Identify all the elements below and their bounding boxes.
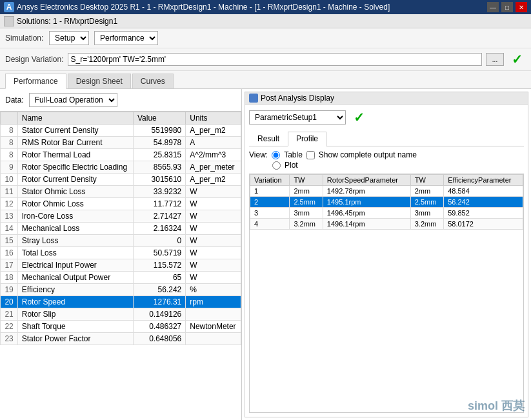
- table-row[interactable]: 18 Mechanical Output Power 65 W: [1, 272, 241, 284]
- data-select[interactable]: Full-Load Operation: [29, 93, 117, 107]
- row-value: 3015610: [133, 174, 185, 186]
- table-row[interactable]: 15 Stray Loss 0 W: [1, 235, 241, 247]
- parametric-setup-select[interactable]: ParametricSetup1: [249, 110, 346, 125]
- row-value: 50.5719: [133, 247, 185, 259]
- row-num: 8: [1, 125, 18, 137]
- table-row[interactable]: 20 Rotor Speed 1276.31 rpm: [1, 296, 241, 308]
- table-row[interactable]: 16 Total Loss 50.5719 W: [1, 247, 241, 259]
- table-radio[interactable]: [272, 151, 280, 159]
- row-units: W: [186, 198, 241, 210]
- table-row[interactable]: 8 RMS Rotor Bar Current 54.8978 A: [1, 137, 241, 149]
- row-num: 10: [1, 174, 18, 186]
- row-value: 65: [133, 272, 185, 284]
- res-col-rotor-speed: RotorSpeedParameter: [323, 175, 410, 186]
- left-panel: Data: Full-Load Operation Name Value Uni…: [0, 89, 242, 420]
- table-row[interactable]: 8 Stator Current Density 5519980 A_per_m…: [1, 125, 241, 137]
- res-col-variation: Variation: [250, 175, 290, 186]
- minimize-button[interactable]: —: [487, 2, 499, 12]
- row-num: 8: [1, 149, 18, 161]
- row-name: Iron-Core Loss: [17, 210, 133, 223]
- row-num: 15: [1, 235, 18, 247]
- close-button[interactable]: ✕: [516, 2, 527, 12]
- res-tw2: 3mm: [410, 208, 443, 219]
- table-row[interactable]: 17 Electrical Input Power 115.572 W: [1, 259, 241, 272]
- tab-curves[interactable]: Curves: [132, 74, 174, 88]
- row-name: Rotor Speed: [17, 296, 133, 308]
- res-variation: 3: [250, 208, 290, 219]
- res-efficiency: 59.852: [444, 208, 523, 219]
- browse-button[interactable]: ...: [486, 53, 504, 66]
- res-tw1: 2.5mm: [290, 197, 323, 208]
- results-table: Variation TW RotorSpeedParameter TW Effi…: [250, 174, 523, 230]
- table-row[interactable]: 10 Rotor Current Density 3015610 A_per_m…: [1, 174, 241, 186]
- res-efficiency: 56.242: [444, 197, 523, 208]
- maximize-button[interactable]: □: [501, 2, 513, 12]
- post-analysis-header: Post Analysis Display: [245, 92, 528, 105]
- row-num: 21: [1, 308, 18, 321]
- results-row[interactable]: 1 2mm 1492.78rpm 2mm 48.584: [250, 186, 523, 197]
- results-row[interactable]: 3 3mm 1496.45rpm 3mm 59.852: [250, 208, 523, 219]
- table-row[interactable]: 12 Rotor Ohmic Loss 11.7712 W: [1, 198, 241, 210]
- row-units: NewtonMeter: [186, 321, 241, 333]
- plot-radio[interactable]: [272, 161, 281, 170]
- row-value: 11.7712: [133, 198, 185, 210]
- simulation-select[interactable]: Setup: [49, 31, 89, 45]
- res-efficiency: 58.0172: [444, 219, 523, 230]
- table-row[interactable]: 9 Rotor Specific Electric Loading 8565.9…: [1, 161, 241, 174]
- res-tw1: 2mm: [290, 186, 323, 197]
- row-value: 2.16324: [133, 223, 185, 235]
- row-value: 0.149126: [133, 308, 185, 321]
- table-row[interactable]: 11 Stator Ohmic Loss 33.9232 W: [1, 186, 241, 198]
- row-num: 16: [1, 247, 18, 259]
- row-name: Efficiency: [17, 284, 133, 296]
- table-row[interactable]: 22 Shaft Torque 0.486327 NewtonMeter: [1, 321, 241, 333]
- results-row[interactable]: 2 2.5mm 1495.1rpm 2.5mm 56.242: [250, 197, 523, 208]
- view-label: View:: [249, 150, 268, 159]
- row-units: [186, 333, 241, 345]
- row-units: A^2/mm^3: [186, 149, 241, 161]
- tab-bar: Performance Design Sheet Curves: [0, 71, 531, 89]
- res-rotor-speed: 1496.45rpm: [323, 208, 410, 219]
- table-row[interactable]: 23 Stator Power Factor 0.648056: [1, 333, 241, 345]
- row-value: 25.8315: [133, 149, 185, 161]
- plot-label: Plot: [285, 161, 298, 170]
- table-row[interactable]: 19 Efficiency 56.242 %: [1, 284, 241, 296]
- row-name: Shaft Torque: [17, 321, 133, 333]
- main-content: Simulation: Setup Performance Design Var…: [0, 28, 531, 420]
- show-complete-checkbox[interactable]: [306, 151, 315, 159]
- view-options: View: Table Show complete output name Pl…: [249, 150, 524, 171]
- checkmark-icon: ✓: [512, 52, 523, 67]
- row-num: 12: [1, 198, 18, 210]
- design-variation-input[interactable]: [68, 53, 483, 66]
- res-rotor-speed: 1495.1rpm: [323, 197, 410, 208]
- row-value: 2.71427: [133, 210, 185, 223]
- row-units: A_per_m2: [186, 174, 241, 186]
- tab-performance[interactable]: Performance: [5, 74, 66, 89]
- performance-select[interactable]: Performance: [94, 31, 158, 45]
- res-tw2: 2.5mm: [410, 197, 443, 208]
- row-units: %: [186, 284, 241, 296]
- row-value: 0: [133, 235, 185, 247]
- res-rotor-speed: 1492.78rpm: [323, 186, 410, 197]
- results-row[interactable]: 4 3.2mm 1496.14rpm 3.2mm 58.0172: [250, 219, 523, 230]
- validate-button[interactable]: ✓: [508, 50, 526, 68]
- inner-tab-profile[interactable]: Profile: [288, 132, 326, 146]
- row-units: W: [186, 186, 241, 198]
- row-name: Rotor Current Density: [17, 174, 133, 186]
- table-row[interactable]: 14 Mechanical Loss 2.16324 W: [1, 223, 241, 235]
- row-num: 14: [1, 223, 18, 235]
- parametric-validate-button[interactable]: ✓: [350, 108, 368, 126]
- table-row[interactable]: 8 Rotor Thermal Load 25.8315 A^2/mm^3: [1, 149, 241, 161]
- row-units: [186, 308, 241, 321]
- row-units: rpm: [186, 296, 241, 308]
- row-num: 20: [1, 296, 18, 308]
- inner-tab-result[interactable]: Result: [249, 132, 288, 146]
- simulation-label: Simulation:: [5, 34, 44, 43]
- row-value: 8565.93: [133, 161, 185, 174]
- row-units: W: [186, 210, 241, 223]
- table-row[interactable]: 21 Rotor Slip 0.149126: [1, 308, 241, 321]
- results-body: 1 2mm 1492.78rpm 2mm 48.584 2 2.5mm 1495…: [250, 186, 523, 230]
- row-num: 22: [1, 321, 18, 333]
- table-row[interactable]: 13 Iron-Core Loss 2.71427 W: [1, 210, 241, 223]
- tab-design-sheet[interactable]: Design Sheet: [68, 74, 131, 88]
